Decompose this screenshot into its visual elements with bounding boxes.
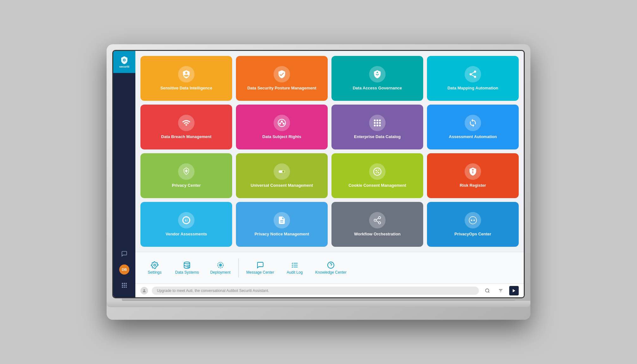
sidebar: securiti DB xyxy=(113,51,135,297)
svg-point-18 xyxy=(376,119,378,121)
svg-point-21 xyxy=(376,122,378,124)
tile-icon-vendor-assessments xyxy=(178,212,195,228)
app-container: securiti DB xyxy=(113,51,524,297)
tile-icon-cookie-consent xyxy=(369,163,386,180)
chat-input[interactable]: Upgrade to meet Auti, the conversational… xyxy=(152,287,479,295)
svg-marker-67 xyxy=(513,289,515,292)
bottom-bar: Upgrade to meet Auti, the conversational… xyxy=(135,283,524,297)
svg-point-3 xyxy=(124,283,125,284)
tile-privacy-center[interactable]: Privacy Center xyxy=(140,153,232,198)
utility-data-systems[interactable]: Data Systems xyxy=(170,259,204,277)
tile-data-mapping[interactable]: Data Mapping Automation xyxy=(427,56,519,101)
tile-icon-access-governance xyxy=(369,66,386,82)
svg-point-61 xyxy=(144,289,145,291)
laptop-base xyxy=(107,301,530,307)
tile-label-workflow: Workflow Orchestration xyxy=(354,232,400,237)
knowledge-center-label: Knowledge Center xyxy=(315,270,347,275)
tile-universal-consent[interactable]: Universal Consent Management xyxy=(236,153,328,198)
tile-icon-security-posture xyxy=(274,66,290,82)
tile-icon-privacyops xyxy=(465,212,481,228)
utility-knowledge-center[interactable]: Knowledge Center xyxy=(310,259,352,277)
utility-message-center[interactable]: Message Center xyxy=(241,259,279,277)
search-bottom-icon[interactable] xyxy=(483,286,492,295)
svg-point-33 xyxy=(279,170,281,173)
svg-point-22 xyxy=(379,122,381,124)
tile-enterprise-catalog[interactable]: Enterprise Data Catalog xyxy=(331,105,423,149)
svg-point-32 xyxy=(282,170,285,173)
tile-icon-privacy-center xyxy=(178,163,195,180)
sidebar-logo[interactable]: securiti xyxy=(113,51,135,73)
tile-icon-privacy-notice xyxy=(274,212,290,228)
svg-point-35 xyxy=(375,170,377,171)
play-bottom-icon[interactable] xyxy=(509,286,519,295)
tile-workflow-orchestration[interactable]: Workflow Orchestration xyxy=(331,202,423,247)
tile-privacyops-center[interactable]: PrivacyOps Center xyxy=(427,202,519,247)
svg-point-44 xyxy=(379,221,381,224)
tile-label-data-mapping: Data Mapping Automation xyxy=(448,86,498,91)
svg-point-50 xyxy=(154,264,156,266)
message-center-label: Message Center xyxy=(246,270,274,275)
utility-divider xyxy=(238,258,239,277)
sidebar-app-name: securiti xyxy=(119,65,129,68)
tile-label-universal-consent: Universal Consent Management xyxy=(250,183,313,188)
tile-data-subject-rights[interactable]: Data Subject Rights xyxy=(236,105,328,149)
filter-bottom-icon[interactable] xyxy=(496,286,505,295)
tile-label-enterprise-catalog: Enterprise Data Catalog xyxy=(354,134,400,140)
svg-point-10 xyxy=(126,287,127,288)
svg-point-1 xyxy=(124,59,125,61)
bottom-action-icons xyxy=(483,286,519,295)
tile-icon-subject-rights xyxy=(274,115,290,131)
tile-label-cookie-consent: Cookie Consent Management xyxy=(349,183,406,188)
deployment-icon xyxy=(217,261,224,269)
svg-point-25 xyxy=(379,124,381,126)
tile-icon-data-breach xyxy=(178,115,195,131)
svg-line-45 xyxy=(376,218,379,220)
utility-settings[interactable]: Settings xyxy=(140,259,169,277)
user-avatar[interactable]: DB xyxy=(119,264,129,275)
tile-vendor-assessments[interactable]: Vendor Assessments xyxy=(140,202,232,247)
tile-label-privacy-center: Privacy Center xyxy=(172,183,201,188)
svg-line-63 xyxy=(488,292,489,293)
tile-sensitive-data-intelligence[interactable]: Sensitive Data Intelligence xyxy=(140,56,232,101)
svg-point-48 xyxy=(471,219,473,221)
svg-point-59 xyxy=(328,262,334,268)
svg-point-24 xyxy=(376,124,378,126)
svg-point-42 xyxy=(379,216,381,219)
tile-risk-register[interactable]: Risk Register xyxy=(427,153,519,198)
svg-point-62 xyxy=(485,289,489,292)
tile-icon-data-mapping xyxy=(465,66,481,82)
laptop-frame: securiti DB xyxy=(107,44,530,320)
svg-point-23 xyxy=(374,124,376,126)
data-systems-label: Data Systems xyxy=(175,270,199,275)
grid-sidebar-icon[interactable] xyxy=(119,280,130,291)
svg-point-26 xyxy=(185,170,187,172)
svg-line-16 xyxy=(282,121,284,124)
audit-log-icon xyxy=(291,261,299,269)
chat-bot-avatar xyxy=(140,287,148,294)
tiles-grid: Sensitive Data Intelligence Data Securit… xyxy=(135,51,524,252)
tile-icon-risk-register xyxy=(465,163,481,180)
svg-point-20 xyxy=(374,122,376,124)
svg-point-38 xyxy=(376,172,377,173)
svg-point-6 xyxy=(124,285,125,286)
svg-line-46 xyxy=(376,221,379,222)
utility-group-1: Settings xyxy=(140,259,236,277)
data-systems-icon xyxy=(183,261,191,269)
knowledge-center-icon xyxy=(327,261,335,269)
tile-cookie-consent[interactable]: Cookie Consent Management xyxy=(331,153,423,198)
tile-assessment-automation[interactable]: Assessment Automation xyxy=(427,105,519,149)
utility-deployment[interactable]: Deployment xyxy=(205,259,236,277)
securiti-logo-icon xyxy=(120,56,129,64)
tile-data-security-posture[interactable]: Data Security Posture Management xyxy=(236,56,328,101)
svg-line-15 xyxy=(280,121,282,124)
utility-audit-log[interactable]: Audit Log xyxy=(281,259,309,277)
tile-data-access-governance[interactable]: Data Access Governance xyxy=(331,56,423,101)
tile-icon-universal-consent xyxy=(274,163,290,180)
tile-privacy-notice[interactable]: Privacy Notice Management xyxy=(236,202,328,247)
audit-log-label: Audit Log xyxy=(287,270,303,275)
chat-sidebar-icon[interactable] xyxy=(119,248,130,259)
tile-label-data-breach: Data Breach Management xyxy=(161,134,212,140)
svg-point-55 xyxy=(220,264,221,265)
svg-point-47 xyxy=(469,216,476,224)
tile-data-breach[interactable]: Data Breach Management xyxy=(140,105,232,149)
